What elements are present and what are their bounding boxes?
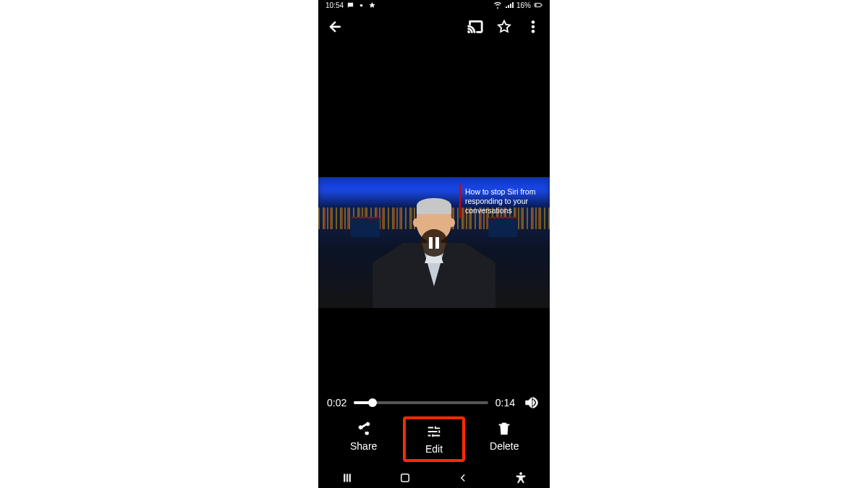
playback-bar: 0:02 0:14 (318, 393, 550, 412)
seek-thumb[interactable] (368, 398, 377, 407)
video-frame[interactable]: How to stop Siri from responding to your… (318, 177, 550, 308)
top-bar (318, 10, 550, 43)
app-icon (368, 1, 376, 9)
delete-label: Delete (490, 440, 519, 452)
edit-button[interactable]: Edit (403, 416, 465, 462)
volume-button[interactable] (522, 393, 541, 412)
back-button[interactable] (326, 17, 344, 36)
seek-track[interactable] (354, 401, 488, 404)
back-nav-button[interactable] (454, 468, 472, 487)
more-button[interactable] (524, 17, 542, 36)
battery-icon (534, 1, 542, 9)
svg-point-5 (532, 30, 535, 33)
favorite-icon[interactable] (495, 17, 514, 36)
wifi-icon (493, 1, 502, 9)
share-label: Share (350, 440, 377, 452)
total-time: 0:14 (495, 397, 515, 408)
phone-screen: 10:54 16% (318, 0, 550, 488)
chat-icon (346, 1, 354, 9)
battery-percent: 16% (516, 1, 531, 9)
system-nav-bar (318, 468, 550, 488)
edit-label: Edit (425, 443, 443, 455)
svg-point-4 (532, 25, 535, 28)
gear-icon (357, 1, 365, 9)
recents-button[interactable] (338, 468, 357, 487)
status-right: 16% (493, 1, 542, 9)
svg-point-7 (520, 473, 522, 475)
svg-rect-2 (535, 4, 537, 7)
bottom-actions: Share Edit Delete (318, 416, 550, 462)
home-button[interactable] (396, 468, 414, 487)
svg-rect-1 (542, 4, 542, 6)
tune-icon (426, 424, 442, 440)
pause-button[interactable] (420, 229, 448, 257)
cast-icon[interactable] (466, 17, 485, 36)
status-time: 10:54 (326, 1, 344, 9)
signal-icon (505, 1, 514, 9)
video-caption: How to stop Siri from responding to your… (459, 184, 544, 218)
share-icon (356, 421, 372, 437)
share-button[interactable]: Share (336, 416, 392, 456)
svg-rect-6 (401, 474, 409, 482)
pause-icon (429, 237, 439, 249)
delete-button[interactable]: Delete (476, 416, 532, 456)
status-bar: 10:54 16% (318, 0, 550, 10)
svg-point-3 (532, 21, 535, 24)
accessibility-button[interactable] (511, 468, 530, 487)
trash-icon (496, 421, 512, 437)
status-left: 10:54 (326, 1, 376, 9)
elapsed-time: 0:02 (327, 397, 346, 408)
